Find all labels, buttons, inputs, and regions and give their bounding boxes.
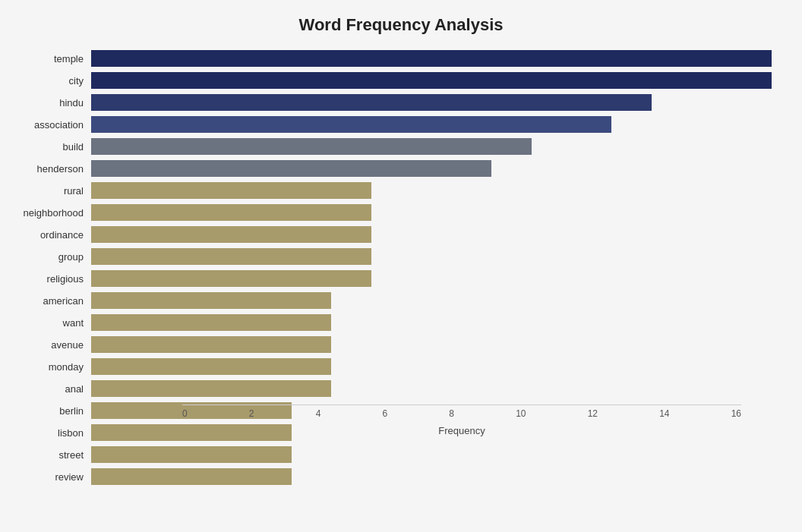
- bar-row: group: [91, 247, 772, 266]
- bar-label: religious: [8, 273, 91, 285]
- bar-track: [91, 50, 772, 67]
- bar-fill: [91, 248, 371, 265]
- bar-track: [91, 358, 772, 375]
- x-tick: 8: [449, 408, 454, 419]
- bar-fill: [91, 292, 331, 309]
- bar-row: religious: [91, 269, 772, 288]
- bar-track: [91, 292, 772, 309]
- bar-track: [91, 226, 772, 243]
- bar-label: monday: [8, 361, 91, 373]
- bar-track: [91, 468, 772, 485]
- bar-track: [91, 160, 772, 177]
- bar-track: [91, 446, 772, 463]
- bar-label: avenue: [8, 339, 91, 351]
- bar-track: [91, 380, 772, 397]
- x-tick: 12: [588, 408, 598, 419]
- bar-row: anal: [91, 379, 772, 398]
- x-tick: 4: [316, 408, 321, 419]
- bar-row: build: [91, 137, 772, 156]
- bar-row: henderson: [91, 159, 772, 178]
- bar-fill: [91, 116, 611, 133]
- bar-label: temple: [8, 53, 91, 65]
- bar-label: association: [8, 119, 91, 131]
- bar-fill: [91, 314, 331, 331]
- bar-fill: [91, 160, 491, 177]
- bar-label: anal: [8, 383, 91, 395]
- bar-track: [91, 270, 772, 287]
- bar-fill: [91, 270, 371, 287]
- bar-track: [91, 72, 772, 89]
- x-ticks: 0246810121416: [182, 405, 741, 419]
- bar-row: avenue: [91, 335, 772, 354]
- bar-row: city: [91, 71, 772, 90]
- x-axis: 0246810121416 Frequency: [182, 405, 741, 436]
- bar-row: hindu: [91, 93, 772, 112]
- x-tick: 0: [182, 408, 188, 419]
- bar-track: [91, 94, 772, 111]
- x-tick: 6: [382, 408, 387, 419]
- chart-title: Word Frequency Analysis: [30, 15, 772, 35]
- bar-label: street: [8, 449, 91, 461]
- bar-track: [91, 336, 772, 353]
- x-tick: 16: [731, 408, 741, 419]
- bar-label: build: [8, 141, 91, 153]
- bar-label: rural: [8, 185, 91, 197]
- bar-label: american: [8, 295, 91, 307]
- bar-row: monday: [91, 357, 772, 376]
- chart-container: Word Frequency Analysis templecityhindua…: [0, 0, 802, 532]
- bar-row: ordinance: [91, 225, 772, 244]
- bar-track: [91, 182, 772, 199]
- x-tick: 2: [249, 408, 254, 419]
- bar-label: review: [8, 471, 91, 483]
- x-axis-label: Frequency: [182, 425, 741, 436]
- bar-fill: [91, 50, 772, 67]
- bar-row: american: [91, 291, 772, 310]
- bar-fill: [91, 138, 532, 155]
- bar-track: [91, 138, 772, 155]
- bar-label: neighborhood: [8, 207, 91, 219]
- x-tick: 14: [659, 408, 669, 419]
- bar-fill: [91, 358, 331, 375]
- bar-fill: [91, 336, 331, 353]
- bar-fill: [91, 446, 292, 463]
- bar-fill: [91, 468, 292, 485]
- bar-track: [91, 116, 772, 133]
- bar-row: want: [91, 313, 772, 332]
- bar-row: association: [91, 115, 772, 134]
- bar-row: street: [91, 445, 772, 464]
- bar-fill: [91, 94, 652, 111]
- bar-label: hindu: [8, 97, 91, 109]
- bar-label: group: [8, 251, 91, 263]
- bar-fill: [91, 204, 371, 221]
- bar-track: [91, 204, 772, 221]
- chart-area: templecityhinduassociationbuildhenderson…: [91, 49, 772, 406]
- bar-track: [91, 314, 772, 331]
- bar-fill: [91, 182, 371, 199]
- bar-label: lisbon: [8, 427, 91, 439]
- bar-fill: [91, 72, 772, 89]
- bar-label: city: [8, 75, 91, 87]
- bar-label: henderson: [8, 163, 91, 175]
- x-tick: 10: [516, 408, 526, 419]
- bar-label: ordinance: [8, 229, 91, 241]
- bar-fill: [91, 226, 371, 243]
- bar-row: temple: [91, 49, 772, 68]
- bar-row: review: [91, 467, 772, 486]
- bar-label: want: [8, 317, 91, 329]
- bar-track: [91, 248, 772, 265]
- bar-fill: [91, 380, 331, 397]
- bar-row: neighborhood: [91, 203, 772, 222]
- bar-label: berlin: [8, 405, 91, 417]
- bar-row: rural: [91, 181, 772, 200]
